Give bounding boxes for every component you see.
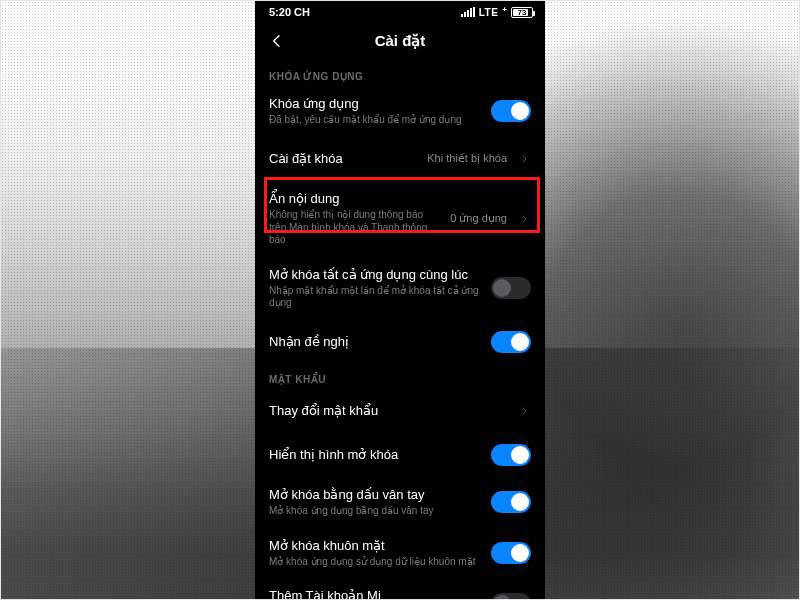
row-subtitle: Nhập mật khẩu một lần để mở khóa tất cả … xyxy=(269,285,481,310)
row-title: Hiển thị hình mở khóa xyxy=(269,447,481,463)
row-subtitle: Không hiển thị nội dung thông báo trên M… xyxy=(269,209,440,247)
row-suggestions[interactable]: Nhận đề nghị xyxy=(255,320,545,364)
row-lock-after[interactable]: Cài đặt khóa Khi thiết bị khóa xyxy=(255,137,545,181)
toggle-show-pattern[interactable] xyxy=(491,444,531,466)
row-change-password[interactable]: Thay đổi mật khẩu xyxy=(255,389,545,433)
row-title: Khóa ứng dụng xyxy=(269,96,481,112)
phone-screen: 5:20 CH LTE+ 73 Cài đặt KHÓA ỨNG DỤNG xyxy=(255,1,545,600)
row-subtitle: Mở khóa ứng dụng bằng dấu vân tay xyxy=(269,505,481,518)
settings-list[interactable]: KHÓA ỨNG DỤNG Khóa ứng dụng Đã bật, yêu … xyxy=(255,59,545,600)
header: Cài đặt xyxy=(255,23,545,59)
toggle-mi-account[interactable] xyxy=(491,593,531,600)
chevron-right-icon xyxy=(517,406,531,416)
row-unlock-all[interactable]: Mở khóa tất cả ứng dụng cùng lúc Nhập mậ… xyxy=(255,257,545,320)
chevron-right-icon xyxy=(517,154,531,164)
status-bar: 5:20 CH LTE+ 73 xyxy=(255,1,545,23)
toggle-app-lock[interactable] xyxy=(491,100,531,122)
section-header-password: MẬT KHẨU xyxy=(255,364,545,389)
row-mi-account[interactable]: Thêm Tài khoản Mi Sử dụng Tài khoản Mi đ… xyxy=(255,578,545,600)
chevron-left-icon xyxy=(269,33,285,49)
row-title: Nhận đề nghị xyxy=(269,334,481,350)
toggle-suggestions[interactable] xyxy=(491,331,531,353)
row-fingerprint[interactable]: Mở khóa bằng dấu vân tay Mở khóa ứng dụn… xyxy=(255,477,545,528)
row-show-pattern[interactable]: Hiển thị hình mở khóa xyxy=(255,433,545,477)
row-app-lock[interactable]: Khóa ứng dụng Đã bật, yêu cầu mật khẩu đ… xyxy=(255,86,545,137)
section-header-applock: KHÓA ỨNG DỤNG xyxy=(255,61,545,86)
row-subtitle: Đã bật, yêu cầu mật khẩu để mở ứng dụng xyxy=(269,114,481,127)
toggle-face-unlock[interactable] xyxy=(491,542,531,564)
row-value: Khi thiết bị khóa xyxy=(427,152,507,165)
status-right: LTE+ 73 xyxy=(461,7,533,18)
row-title: Mở khóa tất cả ứng dụng cùng lúc xyxy=(269,267,481,283)
status-time: 5:20 CH xyxy=(269,6,310,18)
row-title: Mở khóa bằng dấu vân tay xyxy=(269,487,481,503)
signal-icon xyxy=(461,7,475,17)
row-subtitle: Mở khóa ứng dụng sử dụng dữ liệu khuôn m… xyxy=(269,556,481,569)
page-title: Cài đặt xyxy=(375,32,426,50)
row-title: Ẩn nội dung xyxy=(269,191,440,207)
toggle-fingerprint[interactable] xyxy=(491,491,531,513)
network-plus-icon: + xyxy=(502,5,507,14)
row-title: Mở khóa khuôn mặt xyxy=(269,538,481,554)
network-label: LTE xyxy=(479,7,499,18)
row-title: Thay đổi mật khẩu xyxy=(269,403,507,419)
toggle-unlock-all[interactable] xyxy=(491,277,531,299)
row-value: 0 ứng dụng xyxy=(450,212,507,225)
row-title: Cài đặt khóa xyxy=(269,151,417,167)
row-hide-content[interactable]: Ẩn nội dung Không hiển thị nội dung thôn… xyxy=(255,181,545,257)
back-button[interactable] xyxy=(263,23,291,59)
battery-icon: 73 xyxy=(511,7,533,18)
row-face-unlock[interactable]: Mở khóa khuôn mặt Mở khóa ứng dụng sử dụ… xyxy=(255,528,545,579)
chevron-right-icon xyxy=(517,214,531,224)
row-title: Thêm Tài khoản Mi xyxy=(269,588,481,600)
